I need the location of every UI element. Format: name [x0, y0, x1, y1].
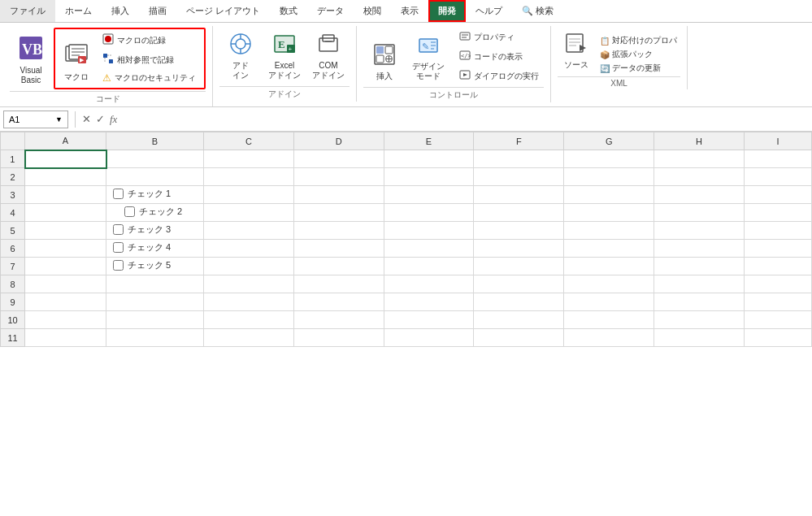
cell-G11[interactable] [564, 329, 654, 347]
cell-F6[interactable] [474, 240, 564, 258]
col-header-c[interactable]: C [204, 132, 294, 150]
cell-A2[interactable] [25, 168, 106, 186]
cell-E7[interactable] [384, 258, 474, 275]
cell-G4[interactable] [564, 204, 654, 222]
cell-F11[interactable] [474, 329, 564, 347]
cell-E6[interactable] [384, 240, 474, 258]
insert-control-button[interactable]: 挿入 [363, 38, 406, 85]
addin-button[interactable]: アドイン [219, 28, 262, 85]
row-header-5[interactable]: 5 [1, 222, 25, 240]
cell-A9[interactable] [25, 293, 106, 311]
tab-formulas[interactable]: 数式 [270, 0, 307, 22]
col-header-a[interactable]: A [25, 132, 106, 150]
visual-basic-button[interactable]: VB Visual Basic [10, 31, 52, 89]
cell-A4[interactable] [25, 204, 106, 222]
cell-C7[interactable] [204, 258, 294, 275]
cell-C1[interactable] [204, 150, 294, 168]
row-header-10[interactable]: 10 [1, 311, 25, 329]
cell-B6[interactable]: チェック 4 [106, 240, 204, 258]
cell-C6[interactable] [204, 240, 294, 258]
cell-F8[interactable] [474, 275, 564, 293]
cell-C5[interactable] [204, 222, 294, 240]
col-header-g[interactable]: G [564, 132, 654, 150]
cell-A1[interactable] [25, 150, 106, 168]
cell-I4[interactable] [744, 204, 811, 222]
tab-draw[interactable]: 描画 [139, 0, 176, 22]
cell-A8[interactable] [25, 275, 106, 293]
cell-C4[interactable] [204, 204, 294, 222]
cell-B3[interactable]: チェック 1 [106, 186, 204, 204]
design-mode-button[interactable]: ✎ デザインモード [407, 28, 449, 85]
macro-button[interactable]: ▶ マクロ [59, 39, 94, 86]
cell-G5[interactable] [564, 222, 654, 240]
cell-D10[interactable] [293, 311, 384, 329]
cell-E8[interactable] [384, 275, 474, 293]
com-addin-button[interactable]: COMアドイン [307, 28, 350, 85]
cell-C11[interactable] [204, 329, 294, 347]
cell-A6[interactable] [25, 240, 106, 258]
cell-I3[interactable] [744, 186, 811, 204]
cell-B4[interactable]: チェック 2 [106, 204, 204, 222]
checkbox-4[interactable] [124, 206, 135, 217]
cell-D3[interactable] [293, 186, 384, 204]
cell-C3[interactable] [204, 186, 294, 204]
cell-I9[interactable] [744, 293, 811, 311]
cell-G10[interactable] [564, 311, 654, 329]
checkbox-5[interactable] [113, 224, 124, 235]
cell-H10[interactable] [654, 311, 745, 329]
row-header-1[interactable]: 1 [1, 150, 25, 168]
macro-security-button[interactable]: ⚠ マクロのセキュリティ [98, 70, 201, 86]
cell-H2[interactable] [654, 168, 745, 186]
tab-view[interactable]: 表示 [391, 0, 428, 22]
cell-B1[interactable] [106, 150, 204, 168]
cell-D7[interactable] [293, 258, 384, 275]
cell-B9[interactable] [106, 293, 204, 311]
checkbox-item-row4[interactable]: チェック 2 [124, 206, 182, 218]
cell-E2[interactable] [384, 168, 474, 186]
cell-H7[interactable] [654, 258, 745, 275]
cell-H4[interactable] [654, 204, 745, 222]
cell-I11[interactable] [744, 329, 811, 347]
cell-E4[interactable] [384, 204, 474, 222]
cell-C2[interactable] [204, 168, 294, 186]
cell-E1[interactable] [384, 150, 474, 168]
cell-A5[interactable] [25, 222, 106, 240]
cell-E3[interactable] [384, 186, 474, 204]
cell-I7[interactable] [744, 258, 811, 275]
cell-D8[interactable] [293, 275, 384, 293]
checkbox-3[interactable] [113, 189, 124, 199]
cell-G7[interactable] [564, 258, 654, 275]
cell-H5[interactable] [654, 222, 745, 240]
source-button[interactable]: ソース [558, 28, 595, 75]
tab-home[interactable]: ホーム [55, 0, 102, 22]
cell-F9[interactable] [474, 293, 564, 311]
cell-C8[interactable] [204, 275, 294, 293]
cell-E11[interactable] [384, 329, 474, 347]
macro-relative-button[interactable]: 相対参照で記録 [98, 50, 201, 69]
cell-I5[interactable] [744, 222, 811, 240]
formula-confirm-icon[interactable]: ✓ [96, 113, 105, 125]
cell-G2[interactable] [564, 168, 654, 186]
cell-A10[interactable] [25, 311, 106, 329]
col-header-h[interactable]: H [654, 132, 745, 150]
cell-F5[interactable] [474, 222, 564, 240]
cell-I8[interactable] [744, 275, 811, 293]
tab-page-layout[interactable]: ページ レイアウト [176, 0, 270, 22]
tab-dev[interactable]: 開発 [428, 0, 466, 22]
properties-button[interactable]: プロパティ [454, 28, 544, 46]
col-header-e[interactable]: E [384, 132, 474, 150]
tab-file[interactable]: ファイル [0, 0, 55, 22]
corresponding-prop-button[interactable]: 📋 対応付けのプロパ [597, 34, 680, 47]
col-header-f[interactable]: F [474, 132, 564, 150]
cell-G1[interactable] [564, 150, 654, 168]
cell-I10[interactable] [744, 311, 811, 329]
cell-H11[interactable] [654, 329, 745, 347]
name-box[interactable]: A1 ▼ [3, 111, 68, 128]
col-header-b[interactable]: B [106, 132, 204, 150]
checkbox-item-row6[interactable]: チェック 4 [113, 241, 171, 254]
cell-H1[interactable] [654, 150, 745, 168]
cell-F1[interactable] [474, 150, 564, 168]
cell-I6[interactable] [744, 240, 811, 258]
formula-cancel-icon[interactable]: ✕ [82, 113, 91, 125]
tab-insert[interactable]: 挿入 [102, 0, 139, 22]
